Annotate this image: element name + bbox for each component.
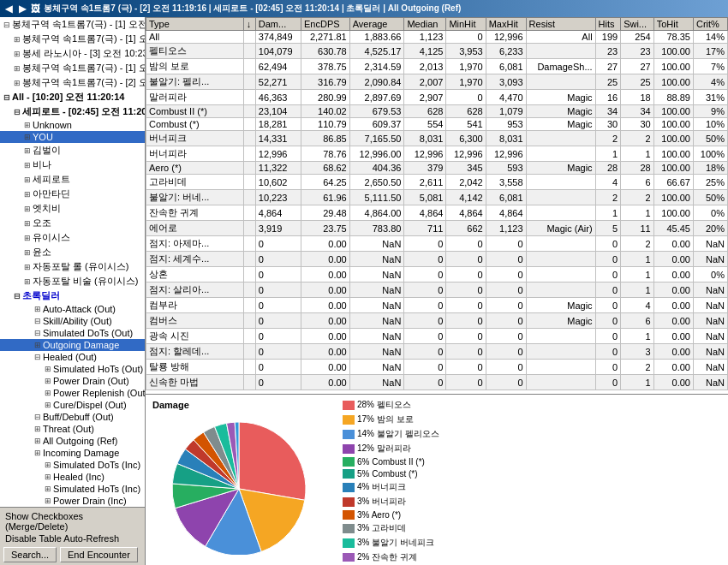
tree-item-buffdebuff[interactable]: ⊟Buff/Debuff (Out) xyxy=(0,411,145,423)
tree-item-healed[interactable]: ⊟Healed (Out) xyxy=(0,351,145,363)
tree-item-yuisis[interactable]: ⊞유이시스 xyxy=(0,230,145,245)
tree-item-simuldotsinc[interactable]: ⊞Simulated DoTs (Inc) xyxy=(0,459,145,471)
col-header-10[interactable]: Swi... xyxy=(621,18,654,31)
legend-item-11: 2% 잔속한 귀계 xyxy=(341,550,725,562)
table-row[interactable]: 신속한 마법00.00NaN000010.00NaN xyxy=(146,375,728,390)
tree-item-amantan[interactable]: ⊞아만타딘 xyxy=(0,187,145,201)
table-row[interactable]: 에어로3,91923.75783.807116621,123Magic (Air… xyxy=(146,221,728,236)
tree-item-autoatk[interactable]: ⊞Auto-Attack (Out) xyxy=(0,303,145,315)
table-row[interactable]: 탈룡 방해00.00NaN000020.00NaN xyxy=(146,360,728,375)
col-header-0[interactable]: Type xyxy=(146,18,244,31)
tree-item-ojo[interactable]: ⊞오조 xyxy=(0,216,145,230)
tree-item-simulhots[interactable]: ⊞Simulated HoTs (Out) xyxy=(0,363,145,375)
table-cell-11-2: 10,223 xyxy=(255,190,301,205)
tree-item-bina[interactable]: ⊞비나 xyxy=(0,158,145,172)
table-cell-0-12: 14% xyxy=(693,31,727,44)
tree-item-outgoing[interactable]: ⊞Outgoing Damage xyxy=(0,339,145,351)
tree-item-all1020[interactable]: ⊟All - [10:20] 오전 11:20:14 xyxy=(0,90,145,104)
table-row[interactable]: 펠티오스104,079630.784,525.174,1253,9536,233… xyxy=(146,44,728,59)
legend-text-11: 2% 잔속한 귀계 xyxy=(357,551,417,562)
table-cell-3-11: 100.00 xyxy=(653,74,693,90)
right-panel: Type↓Dam...EncDPSAverageMedianMinHitMaxH… xyxy=(146,17,728,565)
table-cell-22-2: 0 xyxy=(255,360,301,375)
tree-item-autopot[interactable]: ⊞자동포탈 롤 (유이시스) xyxy=(0,259,145,274)
tree-item-simulhotsinc[interactable]: ⊞Simulated HoTs (Inc) xyxy=(0,483,145,495)
table-row[interactable]: 불알기: 버네...10,22361.965,111.505,0814,1426… xyxy=(146,190,728,205)
tree-item-chorokdil[interactable]: ⊟초록딜러 xyxy=(0,288,145,303)
table-cell-23-6: 0 xyxy=(446,375,486,390)
expand-icon: ⊞ xyxy=(34,425,41,433)
col-header-2[interactable]: Dam... xyxy=(255,18,301,31)
end-encounter-button[interactable]: End Encounter xyxy=(60,547,138,562)
col-header-6[interactable]: MinHit xyxy=(446,18,486,31)
tree-item-alloutgoing[interactable]: ⊞All Outgoing (Ref) xyxy=(0,435,145,447)
tree-item-autopot2[interactable]: ⊞자동포탈 비술 (유이시스) xyxy=(0,274,145,288)
col-header-9[interactable]: Hits xyxy=(595,18,621,31)
table-row[interactable]: Combust II (*)23,104140.02679.536286281,… xyxy=(146,105,728,118)
tree-item-sepirot[interactable]: ⊟세피로트 - [02:45] 오전 11:20: xyxy=(0,104,145,119)
col-header-1[interactable]: ↓ xyxy=(243,18,255,31)
table-row[interactable]: 상혼00.00NaN000010.000% xyxy=(146,267,728,282)
search-button[interactable]: Search... xyxy=(3,547,57,562)
table-row[interactable]: 밤의 보로62,494378.752,314.592,0131,9706,081… xyxy=(146,59,728,74)
table-row[interactable]: 점지: 할레데...00.00NaN000030.00NaN xyxy=(146,344,728,360)
tree-item-sub4[interactable]: ⊞봉체구역 속1트롬7(극) - [2] 오전 xyxy=(0,75,145,90)
table-row[interactable]: All374,8492,271.811,883.661,123012,996Al… xyxy=(146,31,728,44)
nav-forward-icon[interactable]: ▶ xyxy=(17,3,27,15)
table-cell-12-7: 4,864 xyxy=(486,205,526,221)
nav-back-icon[interactable]: ◀ xyxy=(3,3,14,15)
tree-item-powerdrain[interactable]: ⊞Power Drain (Out) xyxy=(0,375,145,387)
tree-item-healedinc[interactable]: ⊞Healed (Inc) xyxy=(0,471,145,483)
tree-item-powerdrainc[interactable]: ⊞Power Drain (Inc) xyxy=(0,495,145,507)
table-cell-20-0: 광속 시진 xyxy=(146,329,244,344)
table-row[interactable]: 컴버스00.00NaN000Magic060.00NaN xyxy=(146,313,728,329)
col-header-5[interactable]: Median xyxy=(404,18,446,31)
table-row[interactable]: 광속 시진00.00NaN000010.00NaN xyxy=(146,329,728,344)
tree-item-sub3[interactable]: ⊞봉체구역 속1트롬7(극) - [1] 오전 xyxy=(0,61,145,75)
col-header-8[interactable]: Resist xyxy=(526,18,595,31)
tree-item-kimbeol[interactable]: ⊞김벌이 xyxy=(0,143,145,158)
tree-item-you[interactable]: ⊞YOU xyxy=(0,131,145,143)
col-header-3[interactable]: EncDPS xyxy=(301,18,350,31)
table-row[interactable]: 점지: 살리아...00.00NaN000010.00NaN xyxy=(146,282,728,298)
table-row[interactable]: 컴부라00.00NaN000Magic040.00NaN xyxy=(146,298,728,313)
table-row[interactable]: 버너피크14,33186.857,165.508,0316,3008,03122… xyxy=(146,131,728,146)
tree-item-label: Simulated HoTs (Inc) xyxy=(53,484,140,494)
table-row[interactable]: 불알기: 펠리...52,271316.792,090.842,0071,970… xyxy=(146,74,728,90)
disable-auto-refresh-action[interactable]: Disable Table Auto-Refresh xyxy=(3,532,141,544)
tree-item-powerreplenish[interactable]: ⊞Power Replenish (Out) xyxy=(0,387,145,399)
tree-item-encounter1[interactable]: ⊟봉체구역 속1트롬7(극) - [1] 오전 xyxy=(0,17,145,32)
table-cell-1-0: 펠티오스 xyxy=(146,44,244,59)
tree-item-sepirot2[interactable]: ⊞세피로트 xyxy=(0,172,145,187)
col-header-7[interactable]: MaxHit xyxy=(486,18,526,31)
table-row[interactable]: Aero (*)11,32268.62404.36379345593Magic2… xyxy=(146,162,728,175)
col-header-12[interactable]: Crit% xyxy=(693,18,727,31)
tree-item-eunso[interactable]: ⊞윤소 xyxy=(0,245,145,259)
expand-icon: ⊞ xyxy=(14,35,21,44)
table-row[interactable]: Combust (*)18,281110.79609.37554541953Ma… xyxy=(146,118,728,131)
tree-item-unknown[interactable]: ⊞Unknown xyxy=(0,119,145,131)
tree-item-agechi[interactable]: ⊞엣치비 xyxy=(0,201,145,216)
col-header-4[interactable]: Average xyxy=(349,18,404,31)
table-row[interactable]: 잔속한 귀계4,86429.484,864.004,8644,8644,8641… xyxy=(146,205,728,221)
show-checkboxes-action[interactable]: Show Checkboxes (Merge/Delete) xyxy=(3,510,141,532)
table-row[interactable]: 점지: 세계수...00.00NaN000010.00NaN xyxy=(146,252,728,267)
table-cell-3-3: 316.79 xyxy=(301,74,350,90)
table-row[interactable]: 버너피라12,99678.7612,996.0012,99612,99612,9… xyxy=(146,146,728,162)
tree-item-sub1[interactable]: ⊞봉체구역 속1트롬7(극) - [1] 오전 xyxy=(0,32,145,46)
table-header-row: Type↓Dam...EncDPSAverageMedianMinHitMaxH… xyxy=(146,18,728,31)
table-row[interactable]: 점지: 아제마...00.00NaN000020.00NaN xyxy=(146,236,728,252)
tree-item-curedispel[interactable]: ⊞Cure/Dispel (Out) xyxy=(0,399,145,411)
tree-item-simuldots[interactable]: ⊟Simulated DoTs (Out) xyxy=(0,327,145,339)
pie-segment-0[interactable] xyxy=(239,422,306,500)
tree-item-sub2[interactable]: ⊞봉세 라노시아 - [3] 오전 10:23:46 xyxy=(0,46,145,61)
col-header-11[interactable]: ToHit xyxy=(653,18,693,31)
table-row[interactable]: 고라비데10,60264.252,650.502,6112,0423,55846… xyxy=(146,175,728,190)
tree-item-skillability[interactable]: ⊟Skill/Ability (Out) xyxy=(0,315,145,327)
table-cell-5-3: 140.02 xyxy=(301,105,350,118)
tree-item-threat[interactable]: ⊞Threat (Out) xyxy=(0,423,145,435)
table-row[interactable]: 말러피라46,363280.992,897.692,90704,470Magic… xyxy=(146,90,728,105)
tree-item-incomingdmg[interactable]: ⊞Incoming Damage xyxy=(0,447,145,459)
table-cell-7-5: 8,031 xyxy=(404,131,446,146)
table-cell-14-1 xyxy=(243,236,255,252)
